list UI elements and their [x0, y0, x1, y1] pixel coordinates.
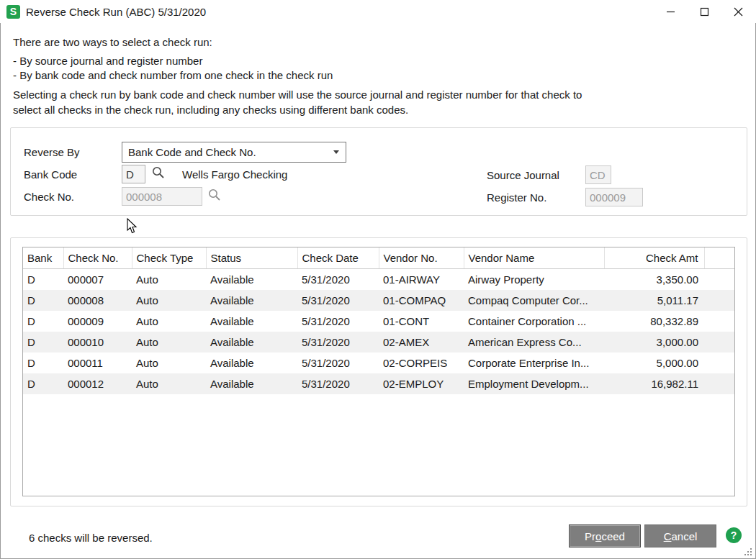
status-text: 6 checks will be reversed.: [29, 532, 153, 544]
col-header-check-type: Check Type: [132, 247, 206, 269]
cell-check-type: Auto: [132, 290, 206, 311]
register-no-label: Register No.: [487, 191, 546, 204]
table-body: D 000007 Auto Available 5/31/2020 01-AIR…: [23, 269, 734, 395]
resize-grip[interactable]: [743, 547, 752, 556]
instructions-heading: There are two ways to select a check run…: [13, 36, 212, 48]
bank-code-description: Wells Fargo Checking: [182, 168, 287, 181]
table-row[interactable]: D 000010 Auto Available 5/31/2020 02-AME…: [23, 332, 734, 353]
instructions-bullet-1: - By source journal and register number: [13, 55, 202, 67]
check-no-label: Check No.: [24, 191, 74, 203]
col-header-check-date: Check Date: [297, 247, 379, 269]
source-journal-field: [585, 165, 611, 184]
cell-filler: [704, 290, 734, 311]
cell-vendor-no: 02-EMPLOY: [379, 373, 464, 394]
cell-check-no: 000010: [63, 332, 132, 353]
cell-check-date: 5/31/2020: [297, 373, 379, 394]
cell-check-date: 5/31/2020: [297, 269, 379, 291]
cell-status: Available: [206, 353, 297, 373]
cell-check-amt: 5,000.00: [604, 353, 704, 373]
cell-filler: [704, 332, 734, 353]
cell-status: Available: [206, 332, 297, 353]
proceed-label-post: ceed: [601, 530, 625, 542]
table-row[interactable]: D 000011 Auto Available 5/31/2020 02-COR…: [23, 353, 734, 373]
cell-check-no: 000012: [63, 373, 132, 394]
cell-bank: D: [23, 311, 63, 332]
register-no-field: [585, 188, 643, 206]
cell-vendor-no: 01-CONT: [379, 311, 464, 332]
cell-bank: D: [23, 373, 63, 394]
cancel-button[interactable]: Cancel: [644, 524, 716, 547]
cell-check-amt: 80,332.89: [604, 311, 704, 332]
cell-filler: [704, 269, 734, 291]
instructions-bullet-2: - By bank code and check number from one…: [13, 69, 333, 81]
col-header-status: Status: [206, 247, 297, 269]
cancel-label-post: ancel: [671, 530, 697, 542]
chevron-down-icon: [333, 150, 339, 154]
table-row[interactable]: D 000008 Auto Available 5/31/2020 01-COM…: [23, 290, 734, 311]
close-icon: [734, 7, 743, 17]
cell-status: Available: [206, 269, 297, 291]
reverse-by-dropdown[interactable]: Bank Code and Check No.: [122, 142, 346, 163]
cell-check-no: 000008: [63, 290, 132, 311]
cell-check-no: 000011: [63, 353, 132, 373]
instructions-note-line-1: Selecting a check run by bank code and c…: [13, 88, 582, 101]
cell-check-type: Auto: [132, 353, 206, 373]
col-header-vendor-name: Vendor Name: [464, 247, 604, 269]
cell-check-amt: 5,011.17: [604, 290, 704, 311]
proceed-button[interactable]: Proceed: [569, 524, 641, 547]
cell-status: Available: [206, 311, 297, 332]
cell-vendor-no: 02-AMEX: [379, 332, 464, 353]
cell-vendor-name: Airway Property: [464, 269, 604, 291]
cell-vendor-name: Corporate Enterprise In...: [464, 353, 604, 373]
maximize-icon: [700, 7, 709, 17]
check-grid: Bank Check No. Check Type Status Check D…: [22, 247, 735, 496]
minimize-icon: [666, 7, 675, 17]
maximize-button[interactable]: [688, 0, 721, 23]
minimize-button[interactable]: [654, 0, 688, 23]
bank-code-search-icon[interactable]: [151, 165, 166, 183]
table-row[interactable]: D 000007 Auto Available 5/31/2020 01-AIR…: [23, 269, 734, 291]
reverse-by-value: Bank Code and Check No.: [128, 146, 256, 158]
cell-bank: D: [23, 332, 63, 353]
cell-check-amt: 3,350.00: [604, 269, 704, 291]
cell-check-date: 5/31/2020: [297, 311, 379, 332]
cell-bank: D: [23, 290, 63, 311]
table-row[interactable]: D 000009 Auto Available 5/31/2020 01-CON…: [23, 311, 734, 332]
check-no-search-icon: [207, 188, 222, 205]
bank-code-label: Bank Code: [24, 168, 77, 181]
check-table: Bank Check No. Check Type Status Check D…: [23, 247, 734, 394]
bank-code-input[interactable]: [122, 165, 145, 183]
cancel-label-accel: C: [664, 530, 672, 542]
reverse-by-label: Reverse By: [24, 146, 80, 158]
close-button[interactable]: [721, 0, 755, 23]
cell-check-amt: 16,982.11: [604, 373, 704, 394]
cell-filler: [704, 311, 734, 332]
col-header-filler: [704, 247, 734, 269]
cell-vendor-no: 02-CORPEIS: [379, 353, 464, 373]
table-header-row: Bank Check No. Check Type Status Check D…: [23, 247, 734, 269]
cell-filler: [704, 353, 734, 373]
window-title: Reverse Check Run (ABC) 5/31/2020: [26, 6, 206, 18]
cell-vendor-name: American Express Co...: [464, 332, 604, 353]
cell-bank: D: [23, 353, 63, 373]
cell-check-no: 000007: [63, 269, 132, 291]
cell-check-date: 5/31/2020: [297, 353, 379, 373]
titlebar: S Reverse Check Run (ABC) 5/31/2020: [0, 0, 756, 23]
app-icon: S: [6, 5, 20, 19]
cell-vendor-no: 01-AIRWAY: [379, 269, 464, 291]
check-no-input: [122, 187, 202, 206]
col-header-vendor-no: Vendor No.: [379, 247, 464, 269]
window: { "window": { "title": "Reverse Check Ru…: [0, 0, 756, 559]
cell-status: Available: [206, 290, 297, 311]
cell-check-type: Auto: [132, 373, 206, 394]
help-icon[interactable]: ?: [726, 527, 742, 543]
cell-vendor-no: 01-COMPAQ: [379, 290, 464, 311]
cell-bank: D: [23, 269, 63, 291]
table-row[interactable]: D 000012 Auto Available 5/31/2020 02-EMP…: [23, 373, 734, 394]
cell-check-type: Auto: [132, 269, 206, 291]
instructions-note-line-2: select all checks in the check run, incl…: [13, 104, 408, 116]
source-journal-label: Source Journal: [487, 169, 559, 181]
col-header-check-no: Check No.: [63, 247, 132, 269]
cell-check-date: 5/31/2020: [297, 332, 379, 353]
cell-vendor-name: Employment Developm...: [464, 373, 604, 394]
